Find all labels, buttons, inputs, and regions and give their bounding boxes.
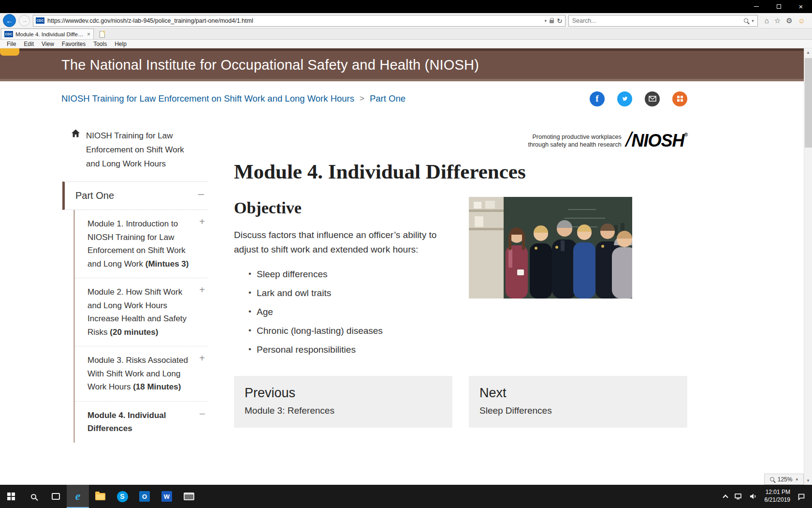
browser-toolbar-icons: ⌂ ☆ ⚙ ☺ (761, 16, 809, 25)
sidebar-item-module-1[interactable]: Module 1. Introduction to NIOSH Training… (75, 210, 208, 278)
sidebar-item-part-one[interactable]: Part One – (62, 181, 208, 210)
new-tab-button[interactable] (96, 30, 108, 39)
window-titlebar: × (0, 0, 812, 13)
task-view-button[interactable] (44, 485, 67, 508)
tray-overflow-icon[interactable] (723, 494, 728, 500)
collapse-icon[interactable]: – (200, 407, 205, 420)
zoom-dropdown-icon[interactable]: ▾ (796, 477, 798, 482)
niosh-tagline: Promoting productive workplaces through … (528, 133, 621, 149)
next-label: Next (479, 386, 677, 401)
menu-bar: File Edit View Favorites Tools Help (0, 40, 812, 48)
taskbar-ie-button[interactable]: e (67, 485, 89, 508)
network-icon[interactable] (735, 493, 742, 500)
search-icon[interactable] (744, 18, 748, 23)
envelope-icon (649, 96, 656, 102)
objective-heading: Objective (234, 199, 461, 217)
taskbar-word-button[interactable]: W (156, 485, 178, 508)
twitter-bird-icon (621, 95, 629, 103)
zoom-magnifier-icon (770, 477, 774, 481)
bullet-item: Lark and owl traits (234, 284, 461, 303)
window-close-button[interactable]: × (790, 0, 812, 13)
breadcrumb-link-part-one[interactable]: Part One (370, 93, 406, 104)
objective-column: Objective Discuss factors that influence… (234, 185, 461, 359)
browser-tab[interactable]: CDC Module 4. Individual Differe... × (1, 29, 94, 39)
close-icon: × (799, 2, 803, 11)
taskbar-outlook-button[interactable]: O (133, 485, 156, 508)
window-maximize-button[interactable] (768, 0, 790, 13)
collapse-icon[interactable]: – (198, 188, 204, 200)
menu-help[interactable]: Help (111, 41, 130, 47)
objective-intro: Discuss factors that influence an office… (234, 228, 458, 257)
taskbar-skype-button[interactable]: S (111, 485, 133, 508)
folder-icon (95, 493, 105, 500)
search-input[interactable] (572, 17, 740, 24)
niosh-logo: / NIOSH ® (626, 131, 687, 151)
taskbar-app-button[interactable] (178, 485, 200, 508)
breadcrumb-link-training[interactable]: NIOSH Training for Law Enforcement on Sh… (61, 93, 354, 104)
skype-icon: S (117, 491, 128, 502)
syndication-icon[interactable] (672, 91, 687, 106)
house-icon (71, 129, 81, 138)
clock-time: 12:01 PM (765, 489, 790, 496)
menu-edit[interactable]: Edit (20, 41, 38, 47)
twitter-icon[interactable] (617, 91, 632, 106)
start-button[interactable] (0, 485, 22, 508)
home-icon[interactable]: ⌂ (765, 16, 769, 25)
sidebar-home-item[interactable]: NIOSH Training for Law Enforcement on Sh… (53, 116, 208, 181)
menu-favorites[interactable]: Favorites (58, 41, 89, 47)
search-dropdown-icon[interactable]: ▾ (752, 18, 754, 23)
facebook-icon[interactable]: f (590, 91, 605, 106)
autocomplete-dropdown-icon[interactable]: ▾ (544, 18, 547, 23)
outlook-icon: O (139, 491, 150, 502)
taskbar-explorer-button[interactable] (89, 485, 111, 508)
vertical-scrollbar[interactable]: ▲ ▼ (804, 48, 812, 485)
tab-close-icon[interactable]: × (87, 31, 90, 38)
expand-icon[interactable]: + (199, 352, 205, 365)
window-minimize-button[interactable] (745, 0, 768, 13)
forward-button[interactable]: → (19, 15, 30, 26)
menu-view[interactable]: View (38, 41, 58, 47)
sidebar-item-module-4[interactable]: Module 4. Individual Differences – (75, 402, 208, 443)
scroll-down-icon[interactable]: ▼ (804, 477, 812, 485)
new-tab-icon (100, 31, 105, 38)
module-3-duration: (18 Minutes) (133, 382, 181, 391)
settings-gear-icon[interactable]: ⚙ (786, 16, 792, 25)
feedback-smiley-icon[interactable]: ☺ (798, 16, 805, 25)
next-page-button[interactable]: Next Sleep Differences (469, 376, 687, 428)
page-title: Module 4. Individual Differences (234, 160, 687, 183)
minimize-icon (754, 6, 759, 7)
page-viewport: The National Institute for Occupational … (0, 48, 812, 485)
pagination: Previous Module 3: References Next Sleep… (234, 376, 687, 428)
volume-icon[interactable] (750, 493, 757, 500)
sidebar-item-module-2[interactable]: Module 2. How Shift Work and Long Work H… (75, 278, 208, 346)
address-bar[interactable]: CDC ▾ ↻ (33, 15, 566, 27)
scroll-up-icon[interactable]: ▲ (804, 48, 812, 57)
menu-tools[interactable]: Tools (89, 41, 111, 47)
refresh-icon[interactable]: ↻ (557, 17, 563, 25)
scrollbar-thumb[interactable] (805, 58, 812, 148)
breadcrumb-separator: > (360, 94, 364, 104)
url-input[interactable] (47, 17, 541, 24)
niosh-banner: The National Institute for Occupational … (0, 51, 812, 79)
previous-label: Previous (245, 386, 442, 401)
sidebar-home-label: NIOSH Training for Law Enforcement on Sh… (86, 129, 195, 171)
expand-icon[interactable]: + (199, 215, 205, 229)
email-icon[interactable] (645, 91, 660, 106)
expand-icon[interactable]: + (199, 284, 205, 297)
browser-search-box[interactable]: ▾ (568, 15, 758, 27)
menu-file[interactable]: File (3, 41, 20, 47)
forward-arrow-icon: → (21, 17, 28, 24)
sidebar-item-module-3[interactable]: Module 3. Risks Associated With Shift Wo… (75, 346, 208, 402)
zoom-level: 125% (778, 476, 793, 483)
objective-bullet-list: Sleep differences Lark and owl traits Ag… (234, 265, 461, 359)
banner-title: The National Institute for Occupational … (0, 57, 479, 73)
action-center-icon[interactable] (798, 493, 805, 500)
favorites-star-icon[interactable]: ☆ (774, 16, 781, 25)
previous-page-button[interactable]: Previous Module 3: References (234, 376, 452, 428)
taskbar-clock[interactable]: 12:01 PM 6/21/2019 (765, 489, 790, 504)
zoom-control[interactable]: 125% ▾ (764, 474, 804, 485)
back-button[interactable]: ← (3, 14, 16, 27)
main-content: Promoting productive workplaces through … (234, 116, 687, 428)
module-1-duration: (Mintues 3) (145, 259, 189, 269)
taskbar-search-button[interactable] (22, 485, 44, 508)
